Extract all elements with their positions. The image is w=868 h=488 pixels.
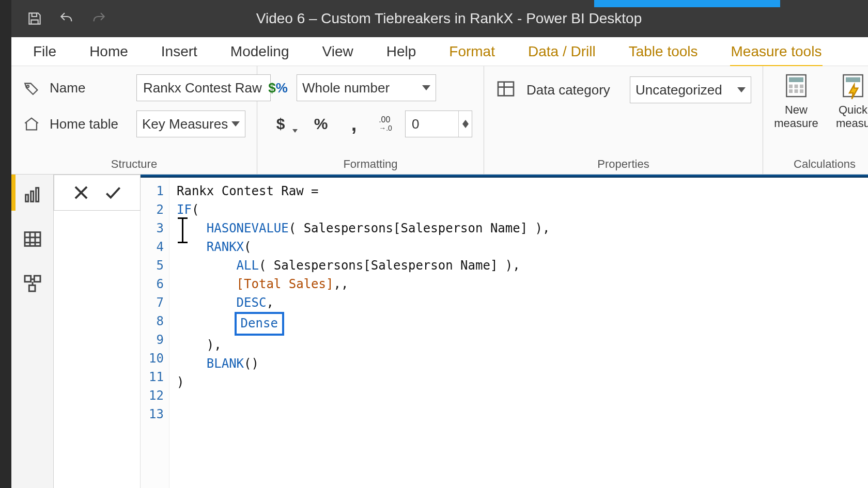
decimal-places-value: 0	[406, 116, 458, 132]
data-type-icon: $%	[269, 78, 287, 97]
properties-group-label: Properties	[495, 155, 751, 171]
formula-bar-controls	[54, 175, 141, 211]
group-calculations: New measure Quick measu Calculations	[763, 66, 868, 174]
chevron-down-icon	[231, 121, 240, 127]
tab-insert[interactable]: Insert	[160, 40, 198, 63]
svg-rect-12	[25, 195, 28, 201]
svg-rect-3	[789, 77, 803, 82]
svg-rect-7	[789, 89, 793, 93]
svg-rect-1	[498, 82, 514, 96]
quick-measure-button[interactable]: Quick measu	[827, 71, 868, 131]
top-accent-bar	[594, 0, 780, 7]
home-table-icon	[23, 115, 40, 133]
chevron-down-icon	[737, 87, 746, 92]
outer-dark-stripe	[0, 0, 11, 488]
chevron-down-icon	[422, 85, 430, 90]
currency-format-button[interactable]: $	[269, 112, 292, 136]
data-category-value: Uncategorized	[636, 82, 722, 98]
group-properties: Data category Uncategorized Properties	[484, 66, 763, 174]
data-category-select[interactable]: Uncategorized	[630, 76, 751, 103]
spinner-down[interactable]	[459, 124, 472, 137]
svg-rect-16	[25, 276, 31, 282]
svg-point-0	[27, 85, 29, 87]
new-measure-label: New measure	[770, 103, 822, 131]
name-tag-icon	[23, 79, 40, 97]
report-view-button[interactable]	[20, 182, 45, 208]
data-view-button[interactable]	[20, 226, 45, 252]
thousands-separator-button[interactable]: ,	[342, 112, 366, 136]
svg-rect-13	[30, 191, 33, 201]
cancel-formula-button[interactable]	[70, 181, 92, 204]
name-input[interactable]	[136, 74, 271, 101]
spinner-up[interactable]	[459, 111, 472, 124]
code-area[interactable]: Rankx Contest Raw = IF( HASONEVALUE( Sal…	[169, 178, 868, 488]
window-title: Video 6 – Custom Tiebreakers in RankX - …	[107, 10, 868, 27]
svg-rect-9	[800, 89, 803, 93]
svg-rect-8	[795, 89, 798, 93]
titlebar: Video 6 – Custom Tiebreakers in RankX - …	[11, 0, 868, 37]
tab-view[interactable]: View	[321, 40, 354, 63]
name-label: Name	[50, 80, 127, 96]
data-category-label: Data category	[526, 82, 619, 98]
ribbon-body: Name Home table Key Measures Structure $…	[11, 66, 868, 175]
svg-rect-18	[29, 285, 35, 291]
home-table-select[interactable]: Key Measures	[136, 111, 245, 137]
dax-editor[interactable]: 1 2 3 4 5 6 7 8 9 10 11 12 13 Rankx Cont…	[141, 178, 868, 488]
svg-rect-4	[789, 85, 793, 88]
format-type-select[interactable]: Whole number	[297, 74, 436, 101]
formula-side-blank	[54, 211, 141, 488]
tab-modeling[interactable]: Modeling	[229, 40, 290, 63]
svg-rect-6	[800, 85, 803, 88]
structure-group-label: Structure	[23, 155, 245, 171]
line-number-gutter: 1 2 3 4 5 6 7 8 9 10 11 12 13	[141, 178, 169, 488]
redo-icon[interactable]	[90, 10, 107, 27]
group-formatting: $% Whole number $ % , .00→.0 0	[257, 66, 484, 174]
tab-file[interactable]: File	[32, 40, 57, 63]
decimal-places-stepper[interactable]: 0	[405, 111, 472, 137]
new-measure-button[interactable]: New measure	[770, 71, 822, 131]
format-type-value: Whole number	[302, 80, 390, 96]
percent-format-button[interactable]: %	[309, 112, 333, 136]
tab-format[interactable]: Format	[448, 40, 496, 63]
view-switcher	[11, 175, 54, 488]
tab-measure-tools[interactable]: Measure tools	[730, 40, 823, 63]
model-view-button[interactable]	[20, 271, 45, 296]
quick-measure-label: Quick measu	[827, 103, 868, 131]
svg-rect-14	[36, 188, 38, 202]
tab-help[interactable]: Help	[385, 40, 417, 63]
svg-rect-17	[34, 276, 40, 282]
save-icon[interactable]	[26, 10, 43, 27]
decimal-precision-icon[interactable]: .00→.0	[375, 112, 396, 136]
commit-formula-button[interactable]	[102, 181, 125, 204]
svg-rect-5	[795, 85, 798, 88]
home-table-value: Key Measures	[142, 116, 228, 132]
svg-rect-15	[25, 232, 40, 246]
home-table-label: Home table	[50, 116, 127, 132]
tab-home[interactable]: Home	[88, 40, 129, 63]
group-structure: Name Home table Key Measures Structure	[11, 66, 257, 174]
formatting-group-label: Formatting	[269, 155, 472, 171]
tab-data-drill[interactable]: Data / Drill	[527, 40, 597, 63]
calculations-group-label: Calculations	[770, 155, 868, 171]
ribbon-tabs: File Home Insert Modeling View Help Form…	[11, 37, 868, 66]
tab-table-tools[interactable]: Table tools	[628, 40, 699, 63]
svg-rect-11	[846, 77, 860, 82]
data-category-icon	[495, 78, 516, 101]
undo-icon[interactable]	[58, 10, 75, 27]
active-view-indicator	[11, 175, 16, 211]
text-cursor	[182, 217, 183, 243]
